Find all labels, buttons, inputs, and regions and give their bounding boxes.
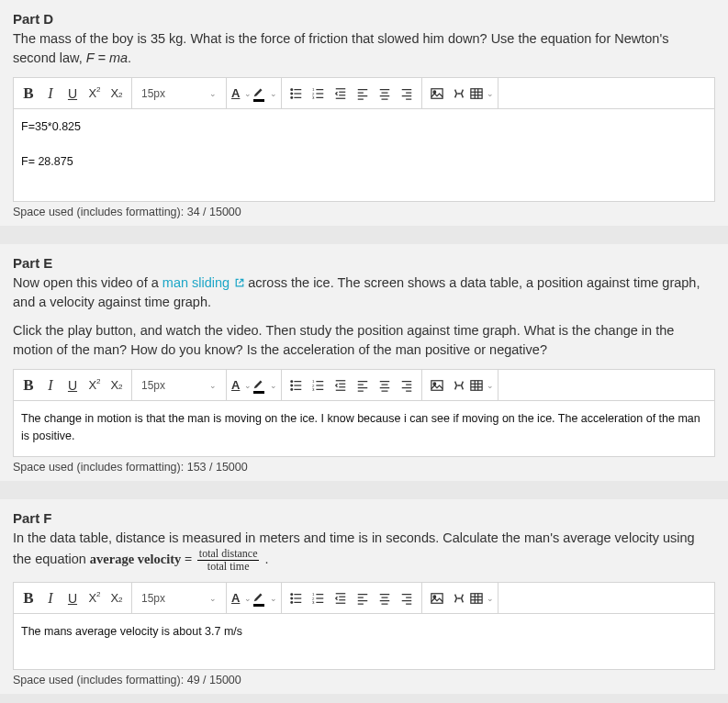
editor-f: B I U X2 X2 15px⌄ A⌄ ⌄ 123 (13, 582, 715, 670)
image-button[interactable] (426, 585, 448, 612)
part-d-equation: F = ma (86, 50, 128, 65)
subscript-button[interactable]: X2 (106, 585, 128, 612)
align-center-button[interactable] (374, 80, 396, 107)
table-button[interactable]: ⌄ (470, 87, 494, 100)
list-ul-icon (290, 592, 303, 605)
editor-f-stat: Space used (includes formatting): 49 / 1… (13, 670, 715, 686)
align-right-button[interactable] (396, 372, 418, 399)
align-center-button[interactable] (374, 372, 396, 399)
subscript-button[interactable]: X2 (106, 80, 128, 107)
editor-e-body[interactable]: The change in motion is that the man is … (14, 401, 714, 456)
svg-point-37 (291, 385, 293, 386)
svg-rect-65 (471, 380, 482, 390)
align-center-button[interactable] (374, 585, 396, 612)
list-ol-icon: 123 (312, 87, 325, 100)
table-button[interactable]: ⌄ (470, 592, 494, 605)
align-left-button[interactable] (352, 372, 374, 399)
part-e-desc1: Now open this video of a man sliding acr… (13, 273, 715, 312)
font-size-select[interactable]: 15px⌄ (136, 379, 222, 392)
man-sliding-link[interactable]: man sliding (162, 275, 244, 290)
editor-e-toolbar: B I U X2 X2 15px⌄ A⌄ ⌄ 123 (14, 370, 714, 401)
part-f-section: Part F In the data table, distance is me… (0, 499, 728, 694)
chevron-down-icon: ⌄ (483, 381, 494, 390)
part-d-desc-c: . (128, 50, 131, 65)
formula-button[interactable] (448, 80, 470, 107)
outdent-button[interactable] (330, 372, 352, 399)
underline-button[interactable]: U (62, 372, 84, 399)
editor-d-toolbar: B I U X2 X2 15px⌄ A⌄ ⌄ 123 (14, 78, 714, 109)
highlight-button[interactable]: ⌄ (252, 372, 277, 399)
svg-rect-28 (431, 88, 442, 98)
svg-point-70 (291, 594, 293, 596)
superscript-button[interactable]: X2 (84, 80, 106, 107)
ordered-list-button[interactable]: 123 (308, 585, 330, 612)
ordered-list-button[interactable]: 123 (308, 80, 330, 107)
unordered-list-button[interactable] (286, 585, 308, 612)
editor-d-body[interactable]: F=35*0.825 F= 28.875 (14, 109, 714, 201)
text-color-button[interactable]: A⌄ (230, 80, 252, 107)
align-right-button[interactable] (396, 80, 418, 107)
formula-icon (453, 87, 465, 100)
outdent-button[interactable] (330, 80, 352, 107)
ordered-list-button[interactable]: 123 (308, 372, 330, 399)
underline-button[interactable]: U (62, 80, 84, 107)
editor-d-line2: F= 28.875 (21, 153, 707, 171)
outdent-button[interactable] (330, 585, 352, 612)
highlight-icon (252, 590, 265, 603)
highlight-button[interactable]: ⌄ (252, 585, 277, 612)
table-icon (470, 592, 483, 605)
align-center-icon (378, 592, 391, 605)
superscript-button[interactable]: X2 (84, 585, 106, 612)
part-e-title: Part E (13, 255, 715, 271)
part-e-section: Part E Now open this video of a man slid… (0, 244, 728, 481)
superscript-button[interactable]: X2 (84, 372, 106, 399)
font-size-value: 15px (141, 592, 165, 605)
bold-button[interactable]: B (17, 80, 39, 107)
font-size-select[interactable]: 15px⌄ (136, 592, 222, 605)
editor-e-stat: Space used (includes formatting): 153 / … (13, 457, 715, 474)
italic-button[interactable]: I (39, 372, 62, 399)
formula-button[interactable] (448, 372, 470, 399)
svg-text:3: 3 (312, 600, 315, 605)
chevron-down-icon: ⌄ (241, 89, 252, 98)
align-left-button[interactable] (352, 585, 374, 612)
align-right-icon (400, 379, 413, 392)
subscript-button[interactable]: X2 (106, 372, 128, 399)
align-left-button[interactable] (352, 80, 374, 107)
svg-text:3: 3 (312, 95, 315, 100)
svg-point-4 (291, 96, 293, 98)
image-button[interactable] (426, 372, 448, 399)
align-right-button[interactable] (396, 585, 418, 612)
bold-button[interactable]: B (17, 585, 39, 612)
part-d-desc: The mass of the boy is 35 kg. What is th… (13, 29, 715, 68)
highlight-icon (252, 85, 265, 98)
align-left-icon (356, 592, 369, 605)
editor-e: B I U X2 X2 15px⌄ A⌄ ⌄ 123 (13, 369, 715, 457)
highlight-icon (252, 377, 265, 390)
part-f-desc-b: . (261, 552, 268, 566)
italic-button[interactable]: I (39, 585, 62, 612)
align-right-icon (400, 87, 413, 100)
italic-button[interactable]: I (39, 80, 62, 107)
unordered-list-button[interactable] (286, 80, 308, 107)
align-right-icon (400, 592, 413, 605)
image-icon (431, 379, 443, 392)
external-link-icon (235, 273, 244, 293)
font-size-select[interactable]: 15px⌄ (136, 87, 222, 100)
underline-button[interactable]: U (62, 585, 84, 612)
image-icon (431, 592, 443, 605)
formula-button[interactable] (448, 585, 470, 612)
highlight-button[interactable]: ⌄ (252, 80, 277, 107)
bold-button[interactable]: B (17, 372, 39, 399)
chevron-down-icon: ⌄ (483, 594, 494, 603)
part-f-desc: In the data table, distance is measured … (13, 529, 715, 573)
chevron-down-icon: ⌄ (206, 594, 217, 603)
align-center-icon (378, 379, 391, 392)
table-button[interactable]: ⌄ (470, 379, 494, 392)
editor-f-body[interactable]: The mans average velocity is about 3.7 m… (14, 614, 714, 669)
text-color-button[interactable]: A⌄ (230, 372, 252, 399)
unordered-list-button[interactable] (286, 372, 308, 399)
text-color-button[interactable]: A⌄ (230, 585, 252, 612)
image-button[interactable] (426, 80, 448, 107)
part-e-desc2: Click the play button, and watch the vid… (13, 321, 715, 360)
